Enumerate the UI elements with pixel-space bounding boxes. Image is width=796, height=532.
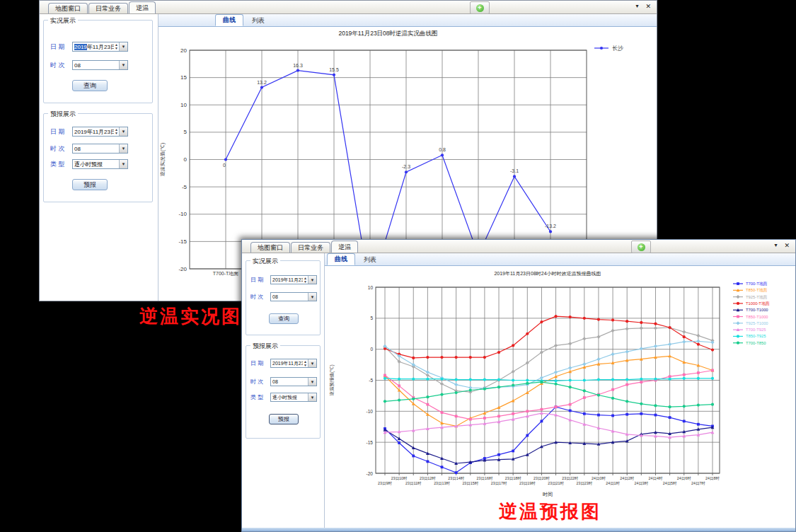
inversion-forecast-window: 地图窗口日常业务逆温 + ▾ ✕ 实况展示 日 期 2019年11月23日 ▲▼ bbox=[241, 239, 796, 532]
window2-controls: ▾ ✕ bbox=[774, 242, 790, 249]
add-tab-button[interactable]: + bbox=[470, 1, 490, 14]
forecast-time-dropdown[interactable]: 08 ▼ bbox=[72, 144, 128, 154]
type-label: 类 型 bbox=[50, 160, 72, 169]
group-title: 预报展示 bbox=[250, 342, 280, 351]
date-value: 2019年11月23日 bbox=[73, 43, 114, 51]
svg-text:24日8时: 24日8时 bbox=[705, 476, 720, 481]
svg-text:15.5: 15.5 bbox=[329, 67, 339, 72]
close-icon[interactable]: ✕ bbox=[784, 242, 790, 249]
spinner-icon[interactable]: ▲▼ bbox=[114, 43, 119, 50]
svg-text:23日19时: 23日19时 bbox=[519, 481, 536, 486]
close-icon[interactable]: ✕ bbox=[645, 3, 651, 10]
svg-text:23日11时: 23日11时 bbox=[405, 481, 422, 486]
svg-text:23日13时: 23日13时 bbox=[434, 481, 450, 486]
svg-text:23日21时: 23日21时 bbox=[548, 481, 564, 486]
svg-text:0: 0 bbox=[184, 156, 188, 163]
svg-text:23日22时: 23日22时 bbox=[562, 476, 578, 481]
window2-tabstrip: 地图窗口日常业务逆温 + ▾ ✕ bbox=[242, 240, 795, 253]
time-label: 时 次 bbox=[50, 144, 72, 154]
live-date-field[interactable]: 2019年11月23日 ▲▼ ▼ bbox=[72, 42, 128, 52]
svg-text:-5: -5 bbox=[182, 184, 188, 190]
date-label: 日 期 bbox=[50, 127, 72, 137]
svg-text:T700-T地面: T700-T地面 bbox=[213, 271, 239, 277]
forecast-button[interactable]: 预报 bbox=[269, 414, 299, 424]
chevron-down-icon[interactable]: ▼ bbox=[119, 160, 127, 168]
actual-chart-caption: 逆温实况图 bbox=[139, 304, 242, 329]
svg-text:-5: -5 bbox=[369, 378, 373, 383]
query-button[interactable]: 查询 bbox=[269, 313, 299, 324]
window2-tab-1[interactable]: 地图窗口 bbox=[250, 242, 290, 253]
add-tab-button[interactable]: + bbox=[631, 241, 651, 253]
svg-text:13.2: 13.2 bbox=[257, 80, 267, 85]
svg-text:T700-T850: T700-T850 bbox=[746, 341, 766, 345]
window1-viewtab-1[interactable]: 曲线 bbox=[215, 14, 243, 26]
svg-text:23日18时: 23日18时 bbox=[505, 476, 521, 481]
svg-text:5: 5 bbox=[370, 316, 373, 320]
chevron-down-icon[interactable]: ▼ bbox=[308, 393, 316, 401]
svg-text:0: 0 bbox=[370, 347, 373, 352]
chevron-down-icon[interactable]: ▼ bbox=[308, 293, 316, 301]
spinner-icon[interactable]: ▲▼ bbox=[114, 128, 119, 135]
live-date-field[interactable]: 2019年11月23日 ▲▼ ▼ bbox=[270, 275, 317, 284]
chevron-down-icon[interactable]: ▼ bbox=[119, 127, 127, 136]
window1-viewtab-2[interactable]: 列表 bbox=[245, 16, 272, 26]
live-display-group: 实况展示 日 期 2019年11月23日 ▲▼ ▼ 时 次 08 ▼ bbox=[246, 260, 321, 335]
chevron-down-icon[interactable]: ▼ bbox=[308, 378, 316, 386]
svg-text:0.8: 0.8 bbox=[439, 147, 446, 152]
chevron-down-icon[interactable]: ▼ bbox=[308, 359, 316, 367]
window2-tab-2[interactable]: 日常业务 bbox=[291, 242, 330, 253]
svg-text:24日7时: 24日7时 bbox=[691, 481, 705, 486]
svg-text:16.3: 16.3 bbox=[293, 63, 303, 68]
svg-text:-20: -20 bbox=[178, 266, 187, 272]
live-display-group: 实况展示 日 期 2019年11月23日 ▲▼ ▼ 时 次 08 ▼ bbox=[43, 20, 153, 103]
svg-text:T925-T地面: T925-T地面 bbox=[746, 294, 767, 300]
svg-text:T1000-T地面: T1000-T地面 bbox=[746, 301, 770, 306]
time-label: 时 次 bbox=[250, 293, 270, 301]
spinner-icon[interactable]: ▲▼ bbox=[303, 360, 308, 367]
window2-viewtab-2[interactable]: 列表 bbox=[357, 255, 383, 265]
type-label: 类 型 bbox=[250, 393, 270, 401]
svg-text:20: 20 bbox=[180, 47, 187, 54]
window2-tab-3[interactable]: 逆温 bbox=[331, 241, 358, 253]
window2-tabs: 地图窗口日常业务逆温 bbox=[250, 241, 359, 253]
live-time-dropdown[interactable]: 08 ▼ bbox=[72, 60, 128, 70]
svg-text:23日17时: 23日17时 bbox=[491, 481, 507, 486]
forecast-time-dropdown[interactable]: 08 ▼ bbox=[270, 377, 317, 386]
svg-text:0: 0 bbox=[223, 163, 226, 168]
spinner-icon[interactable]: ▲▼ bbox=[303, 277, 308, 284]
svg-text:24日5时: 24日5时 bbox=[663, 481, 677, 486]
svg-text:-2.3: -2.3 bbox=[402, 164, 410, 169]
chevron-down-icon[interactable]: ▼ bbox=[308, 276, 316, 284]
forecast-button[interactable]: 预报 bbox=[72, 179, 108, 190]
window1-tabs: 地图窗口日常业务逆温 bbox=[48, 1, 156, 13]
window1-tab-3[interactable]: 逆温 bbox=[129, 1, 156, 13]
svg-text:23日15时: 23日15时 bbox=[462, 481, 478, 486]
time-label: 时 次 bbox=[250, 378, 270, 386]
svg-text:10: 10 bbox=[368, 285, 374, 290]
svg-text:-15: -15 bbox=[367, 440, 374, 445]
collapse-icon[interactable]: ▾ bbox=[774, 242, 777, 249]
query-button[interactable]: 查询 bbox=[72, 80, 108, 91]
collapse-icon[interactable]: ▾ bbox=[635, 3, 638, 10]
window1-tab-2[interactable]: 日常业务 bbox=[88, 3, 128, 13]
window1-tab-1[interactable]: 地图窗口 bbox=[48, 3, 88, 13]
chevron-down-icon[interactable]: ▼ bbox=[119, 144, 127, 153]
group-title: 预报展示 bbox=[48, 110, 78, 119]
chevron-down-icon[interactable]: ▼ bbox=[119, 42, 127, 51]
forecast-type-dropdown[interactable]: 逐小时预报 ▼ bbox=[72, 159, 128, 169]
window2-sidebar: 实况展示 日 期 2019年11月23日 ▲▼ ▼ 时 次 08 ▼ bbox=[242, 253, 325, 531]
window2-viewtab-1[interactable]: 曲线 bbox=[327, 253, 355, 265]
forecast-type-dropdown[interactable]: 逐小时预报 ▼ bbox=[270, 393, 317, 402]
window1-controls: ▾ ✕ bbox=[635, 3, 651, 10]
svg-text:T700-T地面: T700-T地面 bbox=[746, 281, 767, 287]
window2-view-tabs: 曲线列表 bbox=[325, 253, 795, 266]
date-label: 日 期 bbox=[250, 276, 270, 284]
chevron-down-icon[interactable]: ▼ bbox=[119, 61, 127, 69]
forecast-date-field[interactable]: 2019年11月23日 ▲▼ ▼ bbox=[270, 359, 317, 368]
svg-text:T850-T925: T850-T925 bbox=[746, 334, 766, 338]
window-bottom-edge bbox=[242, 528, 795, 531]
forecast-date-field[interactable]: 2019年11月23日 ▲▼ ▼ bbox=[72, 127, 128, 137]
live-time-dropdown[interactable]: 08 ▼ bbox=[270, 292, 317, 301]
svg-text:-13.2: -13.2 bbox=[545, 224, 556, 229]
forecast-chart-caption: 逆温预报图 bbox=[499, 499, 601, 524]
